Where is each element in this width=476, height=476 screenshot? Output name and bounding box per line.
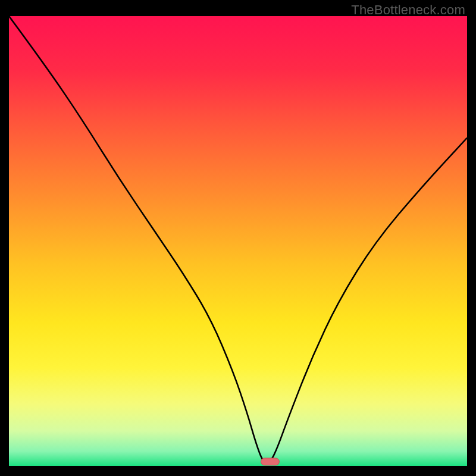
chart-frame <box>8 15 468 468</box>
bottleneck-chart <box>9 16 467 467</box>
heatmap-background <box>9 16 467 467</box>
optimal-marker <box>261 458 280 465</box>
